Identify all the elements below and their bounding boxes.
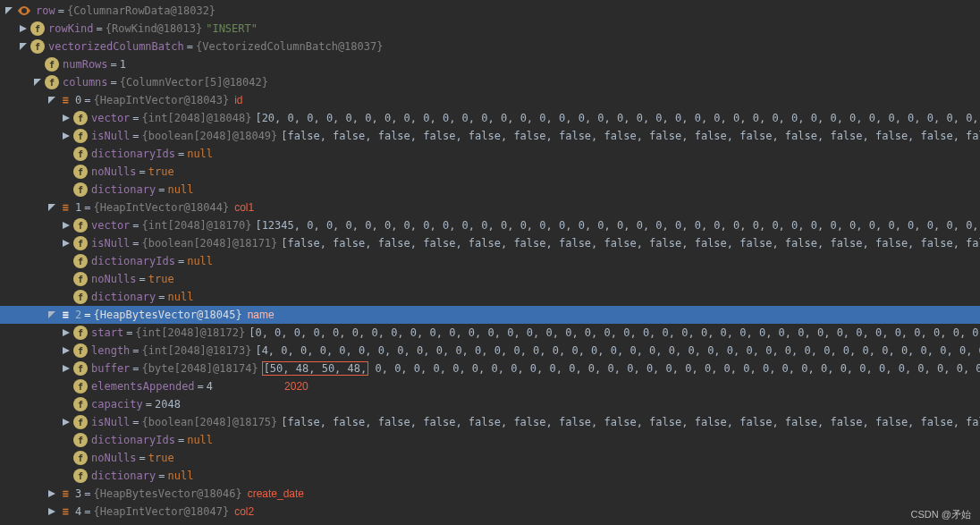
field-icon: f: [45, 75, 59, 89]
tree-node-nonulls[interactable]: f noNulls = true: [0, 449, 980, 467]
field-icon: f: [73, 326, 88, 340]
annotation: name: [248, 309, 275, 321]
field-icon: f: [73, 451, 88, 465]
tree-node-dictids[interactable]: f dictionaryIds = null: [0, 431, 980, 449]
tree-node-dictids[interactable]: f dictionaryIds = null: [0, 145, 980, 163]
field-icon: f: [30, 21, 45, 36]
field-icon: f: [73, 397, 88, 411]
field-icon: f: [73, 147, 88, 161]
annotation: 2020: [284, 380, 308, 393]
tree-node-dict[interactable]: f dictionary = null: [0, 288, 980, 306]
tree-node-col2-selected[interactable]: ≡ 2 = {HeapBytesVector@18045} name: [0, 306, 980, 324]
tree-node-start[interactable]: f start = {int[2048]@18172} [0, 0, 0, 0,…: [0, 324, 980, 342]
field-icon: f: [45, 57, 59, 72]
annotation: create_date: [248, 487, 304, 500]
tree-node-isnull[interactable]: f isNull = {boolean[2048]@18175} [false,…: [0, 413, 980, 431]
field-icon: f: [73, 469, 88, 483]
tree-node-buffer[interactable]: f buffer = {byte[2048]@18174} [50, 48, 5…: [0, 360, 980, 377]
collapse-arrow-icon[interactable]: [18, 23, 29, 34]
tree-node-vector[interactable]: f vector = {int[2048]@18170} [12345, 0, …: [0, 216, 980, 234]
expand-arrow-icon[interactable]: [46, 202, 57, 213]
collapse-arrow-icon[interactable]: [61, 131, 72, 141]
tree-node-col0[interactable]: ≡ 0 = {HeapIntVector@18043} id: [0, 91, 980, 109]
field-icon: f: [73, 272, 88, 286]
annotation: id: [234, 94, 242, 106]
tree-node-col4[interactable]: ≡ 4 = {HeapIntVector@18047} col2: [0, 503, 980, 521]
collapse-arrow-icon[interactable]: [61, 220, 72, 231]
tree-node-vcb[interactable]: f vectorizedColumnBatch = {VectorizedCol…: [0, 38, 980, 55]
tree-node-columns[interactable]: f columns = {ColumnVector[5]@18042}: [0, 73, 980, 91]
field-icon: f: [73, 236, 88, 250]
field-icon: f: [30, 39, 45, 54]
array-icon: ≡: [59, 308, 72, 322]
collapse-arrow-icon[interactable]: [61, 363, 72, 374]
tree-node-col1[interactable]: ≡ 1 = {HeapIntVector@18044} col1: [0, 199, 980, 216]
field-icon: f: [73, 415, 88, 429]
expand-arrow-icon[interactable]: [46, 95, 57, 106]
collapse-arrow-icon[interactable]: [61, 345, 72, 356]
tree-node-nonulls[interactable]: f noNulls = true: [0, 270, 980, 288]
watch-icon: [16, 4, 32, 18]
expand-arrow-icon[interactable]: [4, 5, 14, 16]
debugger-tree: row = {ColumnarRowData@18032} f rowKind …: [0, 0, 980, 521]
tree-node-col3[interactable]: ≡ 3 = {HeapBytesVector@18046} create_dat…: [0, 485, 980, 503]
tree-node-dict[interactable]: f dictionary = null: [0, 181, 980, 199]
collapse-arrow-icon[interactable]: [61, 238, 72, 249]
annotation: col1: [234, 201, 254, 214]
tree-node-numrows[interactable]: f numRows = 1: [0, 55, 980, 73]
array-icon: ≡: [59, 200, 72, 215]
expand-arrow-icon[interactable]: [18, 41, 29, 52]
field-icon: f: [73, 290, 88, 304]
tree-node-capacity[interactable]: f capacity = 2048: [0, 395, 980, 413]
annotation: col2: [234, 505, 254, 518]
field-icon: f: [73, 361, 88, 376]
var-type: {ColumnarRowData@18032}: [67, 4, 215, 17]
field-icon: f: [73, 165, 88, 179]
tree-node-dict[interactable]: f dictionary = null: [0, 467, 980, 485]
field-icon: f: [73, 379, 88, 394]
collapse-arrow-icon[interactable]: [61, 417, 72, 428]
highlight-box: [50, 48, 50, 48,: [262, 361, 369, 376]
expand-arrow-icon[interactable]: [32, 77, 43, 88]
array-icon: ≡: [59, 93, 72, 107]
watermark: CSDN @矛始: [911, 508, 971, 521]
field-icon: f: [73, 129, 88, 143]
tree-node-isnull[interactable]: f isNull = {boolean[2048]@18171} [false,…: [0, 234, 980, 252]
var-name: row: [36, 4, 55, 17]
collapse-arrow-icon[interactable]: [61, 327, 72, 338]
tree-node-row[interactable]: row = {ColumnarRowData@18032}: [0, 2, 980, 20]
field-icon: f: [73, 218, 88, 233]
array-icon: ≡: [59, 504, 72, 519]
field-icon: f: [73, 254, 88, 268]
expand-arrow-icon[interactable]: [46, 309, 57, 320]
field-icon: f: [73, 182, 88, 197]
collapse-arrow-icon[interactable]: [46, 488, 57, 499]
field-icon: f: [73, 111, 88, 125]
field-icon: f: [73, 433, 88, 447]
tree-node-nonulls[interactable]: f noNulls = true: [0, 163, 980, 181]
field-icon: f: [73, 343, 88, 358]
tree-node-vector[interactable]: f vector = {int[2048]@18048} [20, 0, 0, …: [0, 109, 980, 127]
collapse-arrow-icon[interactable]: [61, 113, 72, 123]
tree-node-dictids[interactable]: f dictionaryIds = null: [0, 252, 980, 270]
tree-node-rowkind[interactable]: f rowKind = {RowKind@18013} "INSERT": [0, 20, 980, 38]
tree-node-elemapp[interactable]: f elementsAppended = 4 2020: [0, 377, 980, 395]
array-icon: ≡: [59, 487, 72, 501]
tree-node-length[interactable]: f length = {int[2048]@18173} [4, 0, 0, 0…: [0, 342, 980, 360]
tree-node-isnull[interactable]: f isNull = {boolean[2048]@18049} [false,…: [0, 127, 980, 145]
collapse-arrow-icon[interactable]: [46, 506, 57, 517]
